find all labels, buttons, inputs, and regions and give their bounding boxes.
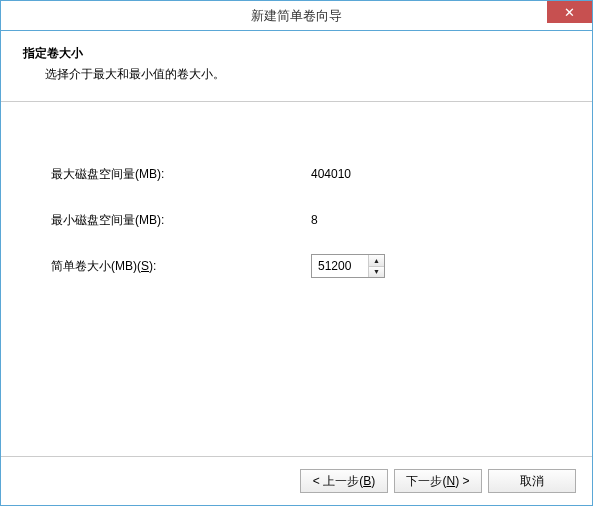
min-space-label: 最小磁盘空间量(MB): xyxy=(51,212,311,229)
titlebar: 新建简单卷向导 ✕ xyxy=(1,1,592,31)
close-icon: ✕ xyxy=(564,5,575,20)
wizard-header: 指定卷大小 选择介于最大和最小值的卷大小。 xyxy=(1,31,592,102)
spinner-down-button[interactable]: ▼ xyxy=(369,267,384,278)
chevron-up-icon: ▲ xyxy=(373,257,380,264)
next-button[interactable]: 下一步(N) > xyxy=(394,469,482,493)
back-button[interactable]: < 上一步(B) xyxy=(300,469,388,493)
page-subtitle: 选择介于最大和最小值的卷大小。 xyxy=(23,66,570,83)
min-space-value: 8 xyxy=(311,213,318,227)
max-space-value: 404010 xyxy=(311,167,351,181)
chevron-down-icon: ▼ xyxy=(373,268,380,275)
spinner-buttons: ▲ ▼ xyxy=(368,255,384,277)
wizard-content: 最大磁盘空间量(MB): 404010 最小磁盘空间量(MB): 8 简单卷大小… xyxy=(1,102,592,456)
max-space-label: 最大磁盘空间量(MB): xyxy=(51,166,311,183)
volume-size-row: 简单卷大小(MB)(S): ▲ ▼ xyxy=(51,254,542,278)
wizard-footer: < 上一步(B) 下一步(N) > 取消 xyxy=(1,456,592,505)
window-title: 新建简单卷向导 xyxy=(1,7,592,25)
wizard-window: 新建简单卷向导 ✕ 指定卷大小 选择介于最大和最小值的卷大小。 最大磁盘空间量(… xyxy=(0,0,593,506)
volume-size-label: 简单卷大小(MB)(S): xyxy=(51,258,311,275)
volume-size-input[interactable] xyxy=(312,255,368,277)
min-space-row: 最小磁盘空间量(MB): 8 xyxy=(51,208,542,232)
max-space-row: 最大磁盘空间量(MB): 404010 xyxy=(51,162,542,186)
spinner-up-button[interactable]: ▲ xyxy=(369,255,384,267)
close-button[interactable]: ✕ xyxy=(547,1,592,23)
cancel-button[interactable]: 取消 xyxy=(488,469,576,493)
volume-size-spinner: ▲ ▼ xyxy=(311,254,385,278)
page-title: 指定卷大小 xyxy=(23,45,570,62)
